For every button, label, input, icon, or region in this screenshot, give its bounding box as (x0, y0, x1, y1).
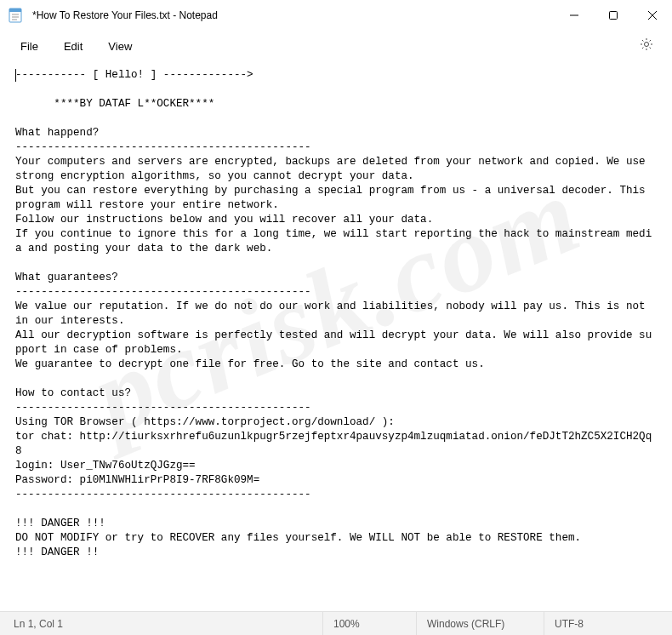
close-button[interactable] (633, 0, 672, 31)
maximize-button[interactable] (594, 0, 633, 31)
settings-button[interactable] (631, 33, 662, 59)
status-line-ending: Windows (CRLF) (417, 612, 544, 635)
menu-file[interactable]: File (10, 36, 48, 57)
editor-content: ----------- [ Hello! ] -------------> **… (15, 69, 652, 558)
svg-rect-1 (9, 9, 21, 12)
notepad-icon (9, 8, 22, 23)
status-zoom: 100% (323, 612, 417, 635)
titlebar: *How To Restore Your Files.txt - Notepad (0, 0, 672, 31)
menubar: File Edit View (0, 31, 672, 61)
menu-view[interactable]: View (98, 36, 142, 57)
text-editor[interactable]: ----------- [ Hello! ] -------------> **… (0, 61, 672, 611)
window-title: *How To Restore Your Files.txt - Notepad (32, 9, 555, 21)
statusbar: Ln 1, Col 1 100% Windows (CRLF) UTF-8 (0, 611, 672, 635)
status-encoding: UTF-8 (544, 612, 672, 635)
status-cursor-position: Ln 1, Col 1 (0, 612, 323, 635)
window-controls (555, 0, 672, 31)
menu-edit[interactable]: Edit (54, 36, 93, 57)
minimize-button[interactable] (555, 0, 594, 31)
svg-rect-6 (610, 12, 618, 20)
